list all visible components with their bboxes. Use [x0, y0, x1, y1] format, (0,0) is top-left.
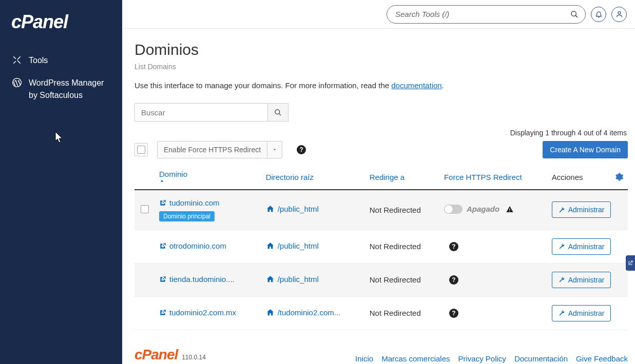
redirect-cell: Not Redirected	[365, 296, 440, 330]
sidebar-nav: Tools WordPress Manager by Softaculous	[0, 44, 122, 112]
redirect-cell: Not Redirected	[365, 263, 440, 296]
intro-prefix: Use this interface to manage your domain…	[134, 81, 391, 90]
footer-version: 110.0.14	[182, 354, 206, 361]
docroot-link[interactable]: /public_html	[266, 241, 319, 250]
top-bar	[122, 0, 635, 29]
footer-link[interactable]: Give Feedback	[576, 354, 628, 363]
force-https-toggle[interactable]: Apagado	[444, 205, 514, 214]
global-search-wrap	[387, 5, 586, 24]
brand-logo: cPanel	[0, 0, 122, 44]
footer: cPanel 110.0.14 InicioMarcas comerciales…	[134, 347, 628, 363]
footer-link[interactable]: Documentación	[514, 354, 568, 363]
notifications-button[interactable]	[591, 7, 606, 22]
domain-link[interactable]: tienda.tudominio....	[159, 275, 235, 284]
documentation-link[interactable]: documentation	[391, 81, 441, 90]
home-icon	[266, 308, 275, 317]
docroot-link[interactable]: /public_html	[266, 205, 319, 213]
create-domain-button[interactable]: Create A New Domain	[543, 141, 628, 158]
bulk-action-row: Enable Force HTTPS Redirect ? Create A N…	[134, 141, 628, 165]
home-icon	[266, 241, 275, 250]
docroot-link[interactable]: /tudominio2.com...	[266, 308, 341, 317]
external-link-icon	[159, 242, 166, 250]
manage-button[interactable]: Administrar	[552, 238, 611, 255]
svg-point-3	[275, 109, 280, 114]
side-panel-toggle[interactable]	[626, 255, 635, 271]
col-domain[interactable]: Dominio	[155, 165, 262, 190]
row-checkbox[interactable]	[141, 205, 149, 213]
table-row: tudominio.comDominio principal/public_ht…	[134, 190, 628, 230]
list-search-toolbar	[134, 103, 628, 122]
wrench-icon	[559, 276, 565, 283]
global-search-input[interactable]	[387, 5, 586, 24]
help-icon[interactable]: ?	[297, 145, 306, 154]
home-icon	[266, 275, 275, 284]
footer-link[interactable]: Marcas comerciales	[381, 354, 450, 363]
result-count-text: Displaying 1 through 4 out of 4 items	[134, 129, 627, 137]
intro-suffix: .	[442, 81, 444, 90]
external-link-icon	[159, 309, 166, 316]
col-force-https[interactable]: Force HTTPS Redirect	[440, 165, 548, 190]
external-link-icon	[159, 199, 166, 207]
domain-link[interactable]: tudominio.com	[159, 198, 220, 207]
help-icon[interactable]: ?	[449, 309, 458, 318]
primary-domain-badge: Dominio principal	[159, 211, 215, 221]
docroot-link[interactable]: /public_html	[266, 275, 319, 284]
footer-link[interactable]: Inicio	[355, 354, 373, 363]
table-settings-button[interactable]	[614, 172, 624, 181]
manage-button[interactable]: Administrar	[552, 272, 611, 288]
external-link-icon	[159, 276, 166, 283]
help-icon[interactable]: ?	[449, 275, 458, 285]
sidebar: cPanel Tools WordPress Manager by Softac…	[0, 0, 122, 364]
sort-asc-icon	[159, 178, 258, 184]
wrench-icon	[559, 243, 565, 250]
domain-link[interactable]: otrodominio.com	[159, 241, 226, 250]
table-row: otrodominio.com/public_htmlNot Redirecte…	[134, 230, 628, 263]
wrench-icon	[559, 207, 565, 213]
svg-point-1	[571, 11, 576, 16]
redirect-cell: Not Redirected	[365, 230, 440, 263]
footer-link[interactable]: Privacy Policy	[458, 354, 506, 363]
warning-icon	[506, 205, 514, 213]
col-actions: Acciones	[548, 165, 610, 190]
content-area: Dominios List Domains Use this interface…	[122, 29, 635, 364]
toggle-off-label: Apagado	[467, 205, 499, 213]
tools-cross-icon	[11, 54, 23, 66]
enable-https-redirect-label: Enable Force HTTPS Redirect	[157, 141, 267, 158]
domains-table: Dominio Directorio raíz Redirige a Force…	[134, 165, 628, 330]
col-redirect[interactable]: Redirige a	[365, 165, 440, 190]
select-all-checkbox[interactable]	[137, 146, 145, 154]
sidebar-item-label: Tools	[29, 54, 48, 67]
sidebar-item-tools[interactable]: Tools	[0, 49, 122, 72]
enable-https-redirect-dropdown[interactable]: Enable Force HTTPS Redirect	[157, 141, 282, 158]
domain-search-button[interactable]	[268, 103, 288, 122]
help-icon[interactable]: ?	[449, 242, 458, 251]
user-account-button[interactable]	[611, 7, 627, 22]
caret-down-icon	[267, 141, 282, 158]
sidebar-item-label: WordPress Manager by Softaculous	[29, 77, 111, 102]
col-docroot[interactable]: Directorio raíz	[262, 165, 365, 190]
manage-button[interactable]: Administrar	[552, 305, 611, 321]
domain-search-input[interactable]	[134, 103, 268, 122]
manage-button[interactable]: Administrar	[552, 201, 611, 218]
svg-point-2	[618, 12, 621, 14]
table-row: tienda.tudominio..../public_htmlNot Redi…	[134, 263, 628, 296]
page-subtitle: List Domains	[134, 63, 628, 71]
domain-link[interactable]: tudominio2.com.mx	[159, 308, 236, 317]
wrench-icon	[559, 310, 565, 316]
table-row: tudominio2.com.mx/tudominio2.com...Not R…	[134, 296, 628, 330]
wordpress-icon	[11, 77, 23, 88]
home-icon	[266, 205, 275, 213]
intro-text: Use this interface to manage your domain…	[134, 81, 628, 90]
main-area: Dominios List Domains Use this interface…	[122, 0, 635, 364]
search-icon	[570, 10, 579, 18]
page-title: Dominios	[134, 41, 628, 58]
redirect-cell: Not Redirected	[365, 190, 440, 230]
footer-logo: cPanel	[134, 347, 178, 362]
sidebar-item-wordpress[interactable]: WordPress Manager by Softaculous	[0, 72, 122, 107]
